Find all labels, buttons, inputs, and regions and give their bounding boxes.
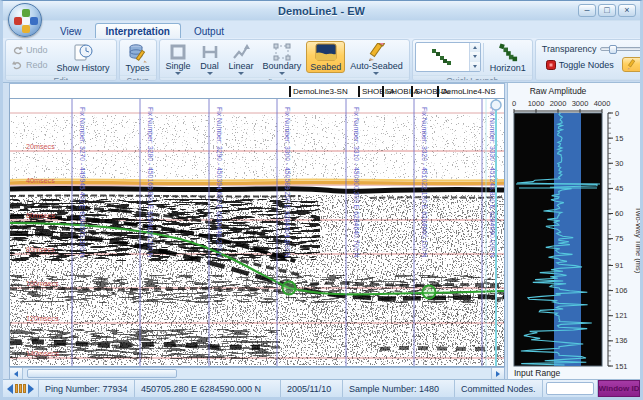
right-arrow-icon <box>496 371 500 377</box>
seismic-plot[interactable]: 20msecs40msecs60msecs80msecs100msecs120m… <box>10 99 504 366</box>
group-quick-launch: Horizon1 Quick Launch <box>412 39 533 81</box>
seabed-button[interactable]: Seabed <box>306 41 345 73</box>
horizon-node[interactable] <box>423 286 436 299</box>
app-menu-orb[interactable] <box>8 3 42 37</box>
redo-icon <box>12 60 23 70</box>
time-tick-label: 15 <box>615 134 623 143</box>
horizon-node[interactable] <box>283 282 296 295</box>
auto-seabed-dropdown-icon[interactable] <box>373 72 379 75</box>
window-id-button[interactable]: Window ID <box>598 380 640 397</box>
logo-quadrant <box>22 9 30 17</box>
gallery-up-button[interactable] <box>470 43 480 52</box>
tab-output[interactable]: Output <box>183 23 235 38</box>
types-button[interactable]: Types <box>122 41 154 74</box>
amplitude-plot: Raw Amplitude 01000200030004000 01530456… <box>508 83 641 380</box>
transparency-slider[interactable] <box>600 47 643 51</box>
close-button[interactable]: × <box>618 4 636 17</box>
logo-center <box>22 17 30 25</box>
time-tick-label: 60 <box>615 209 623 218</box>
ribbon: Undo Redo Show History Edit <box>3 38 640 83</box>
crossing-line-tick <box>382 86 384 97</box>
seismic-section[interactable]: 20msecs40msecs60msecs80msecs100msecs120m… <box>9 98 505 367</box>
single-dropdown-icon[interactable] <box>175 72 181 75</box>
dual-h-icon <box>200 43 220 61</box>
logo-quadrant <box>30 17 38 25</box>
transparency-label: Transparency <box>542 44 597 54</box>
crossing-line-tick <box>437 86 439 97</box>
main-area: DemoLine3-SNSHOBI-ASHOBI-A-SHOBI-A-DemoL… <box>3 83 640 379</box>
tab-interpretation[interactable]: Interpretation <box>95 23 181 38</box>
auto-seabed-button[interactable]: Auto-Seabed <box>346 41 407 76</box>
amplitude-tick-label: 1000 <box>528 99 545 108</box>
coordinates-field: 450705.280 E 6284590.000 N <box>135 380 281 397</box>
time-grid-label: 20msecs <box>26 142 55 151</box>
scroll-right-button[interactable] <box>491 368 504 379</box>
fix-number-label: Fix Number: 3320 - 451022.100 E 6284660.… <box>421 107 428 258</box>
group-tools: Transparency Toggle Nodes Draw Int <box>535 39 643 81</box>
amplitude-x-axis: 01000200030004000 <box>512 99 610 113</box>
time-tick-label: 0 <box>615 109 619 118</box>
show-history-button[interactable]: Show History <box>53 41 114 74</box>
amplitude-tick-label: 4000 <box>594 99 611 108</box>
divider <box>483 43 484 72</box>
time-grid-label: 100msecs <box>26 279 59 288</box>
time-grid-label: 80msecs <box>26 245 55 254</box>
redo-button[interactable]: Redo <box>8 58 52 72</box>
toggle-nodes-button[interactable]: Toggle Nodes <box>542 58 618 72</box>
status-bar: Ping Number: 77934 450705.280 E 6284590.… <box>3 379 640 397</box>
transparency-slider-thumb[interactable] <box>609 45 617 54</box>
crossing-line-label: DemoLine3-SN <box>293 87 348 96</box>
scroll-left-button[interactable] <box>10 368 23 379</box>
dual-label: Dual <box>200 62 219 71</box>
title-bar: DemoLine1 - EW – □ × <box>3 1 640 21</box>
time-tick-label: 30 <box>615 159 623 168</box>
fix-number-label: Fix Number: 3300 - 450589.200 E 6284504.… <box>284 107 291 258</box>
undo-label: Undo <box>26 45 48 55</box>
seabed-label: Seabed <box>310 63 341 72</box>
status-input-area <box>543 380 598 397</box>
time-tick-label: 151 <box>615 362 628 371</box>
app-window: DemoLine1 - EW – □ × View Interpretation… <box>0 0 643 400</box>
maximize-button[interactable]: □ <box>598 4 616 17</box>
toggle-nodes-label: Toggle Nodes <box>559 60 614 70</box>
single-button[interactable]: Single <box>162 41 195 76</box>
boundary-button[interactable]: Boundary <box>259 41 306 76</box>
boundary-label: Boundary <box>263 62 302 71</box>
time-tick-label: 106 <box>615 286 628 295</box>
horizon1-button[interactable]: Horizon1 <box>486 41 530 74</box>
play-control-icon[interactable] <box>15 384 26 393</box>
gallery-down-button[interactable] <box>470 52 480 61</box>
logo-quadrant <box>14 17 22 25</box>
group-label-defined-types: Defined Types <box>160 77 409 81</box>
status-input-box[interactable] <box>546 382 594 395</box>
sample-number-field: Sample Number: 1480 <box>343 380 455 397</box>
input-range-label: Input Range <box>514 368 561 378</box>
boundary-dropdown-icon[interactable] <box>279 72 285 75</box>
committed-nodes-field: Committed Nodes. <box>455 380 543 397</box>
minimize-button[interactable]: – <box>578 4 596 17</box>
linear-dropdown-icon[interactable] <box>238 72 244 75</box>
dual-button[interactable]: Dual <box>196 41 224 76</box>
trace-position-handle[interactable] <box>491 100 501 110</box>
next-ping-icon[interactable] <box>28 384 34 394</box>
ping-navigation[interactable] <box>3 380 39 397</box>
tab-view[interactable]: View <box>49 23 93 38</box>
draw-interp-button[interactable]: Draw Interp <box>622 57 643 72</box>
horizon-gallery[interactable] <box>415 42 481 72</box>
linear-button[interactable]: Linear <box>225 41 258 76</box>
group-setup: Types Setup <box>119 39 157 81</box>
undo-button[interactable]: Undo <box>8 43 52 57</box>
dual-dropdown-icon[interactable] <box>207 72 213 75</box>
time-grid-label: 140msecs <box>26 349 59 358</box>
gallery-more-button[interactable] <box>470 62 480 71</box>
logo-quadrant <box>22 25 30 33</box>
toggle-nodes-icon <box>546 60 556 70</box>
history-icon <box>72 43 94 63</box>
fix-number-label: Fix Number: 3280 - 450169.800 E 6284626.… <box>147 107 154 258</box>
group-defined-types: Single Dual Linear <box>159 39 410 81</box>
previous-ping-icon[interactable] <box>7 384 13 394</box>
show-history-label: Show History <box>57 64 110 73</box>
up-arrow-icon <box>473 46 477 49</box>
group-label-setup: Setup <box>120 75 156 81</box>
scrollbar-thumb[interactable] <box>27 369 177 378</box>
